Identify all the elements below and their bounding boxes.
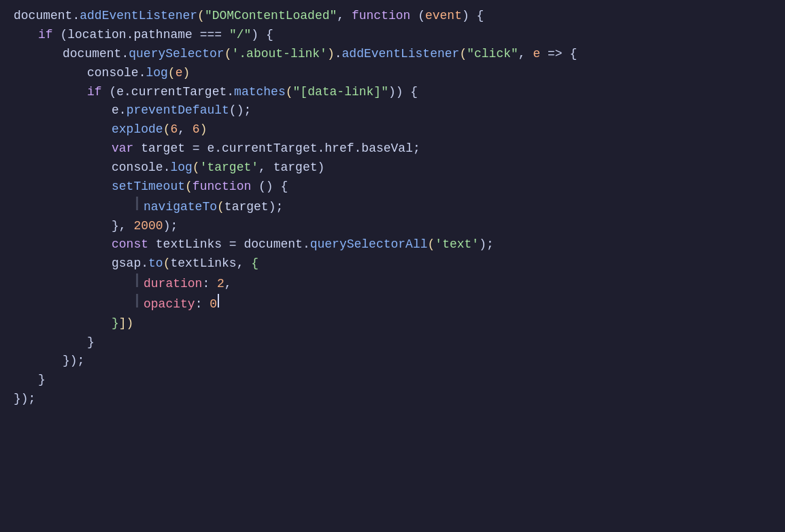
code-token: log xyxy=(170,159,192,178)
code-token: . xyxy=(335,45,342,64)
code-token: } xyxy=(87,333,95,352)
code-token: ( xyxy=(102,83,117,102)
code-token: ); xyxy=(163,217,178,236)
code-editor[interactable]: document.addEventListener("DOMContentLoa… xyxy=(0,0,785,532)
code-token: textLinks = xyxy=(148,235,244,254)
code-token: ) xyxy=(200,120,207,139)
code-token: console xyxy=(87,64,139,83)
code-token: href xyxy=(324,139,354,159)
code-token: 'target' xyxy=(200,159,258,178)
code-token: . xyxy=(354,139,362,159)
code-token: "/" xyxy=(229,26,251,45)
code-token: explode xyxy=(112,120,163,139)
bar-indicator xyxy=(136,197,138,210)
code-token: currentTarget xyxy=(131,83,227,102)
code-token: ; xyxy=(413,139,420,159)
code-token: baseVal xyxy=(361,139,413,159)
code-token: "[data-link]" xyxy=(293,83,388,102)
code-token: ( xyxy=(185,178,193,197)
code-token: e xyxy=(176,64,183,83)
code-token: e xyxy=(116,83,124,102)
code-token: { xyxy=(251,254,258,273)
code-token: : xyxy=(202,275,217,294)
code-token: ( xyxy=(224,45,232,64)
code-token: pathname xyxy=(133,26,192,45)
code-token: , xyxy=(337,7,352,26)
code-line: document.addEventListener("DOMContentLoa… xyxy=(0,7,785,26)
code-token: } xyxy=(38,371,46,390)
code-token: } xyxy=(112,314,119,333)
code-token: duration xyxy=(144,275,202,294)
code-token: const xyxy=(112,235,148,254)
code-line: console.log(e) xyxy=(0,64,785,83)
code-token: . xyxy=(318,139,325,159)
code-token: e xyxy=(112,101,119,120)
code-line: navigateTo(target); xyxy=(0,197,785,217)
code-token: console xyxy=(112,159,163,178)
code-token: ); xyxy=(479,235,494,254)
code-line: var target = e.currentTarget.href.baseVa… xyxy=(0,139,785,159)
code-token: ( xyxy=(428,235,435,254)
code-token: ) { xyxy=(251,26,273,45)
code-token: to xyxy=(148,254,163,273)
code-token: => { xyxy=(540,45,577,64)
code-line: e.preventDefault(); xyxy=(0,101,785,120)
code-token: , xyxy=(518,45,533,64)
code-token: ( xyxy=(217,198,224,217)
code-token: ( xyxy=(286,83,293,102)
code-token: querySelectorAll xyxy=(310,235,428,254)
code-line: gsap.to(textLinks, { xyxy=(0,254,785,273)
code-token: . xyxy=(163,159,171,178)
code-token: target = xyxy=(133,139,207,159)
code-line: } xyxy=(0,371,785,390)
code-token: ( xyxy=(459,45,467,64)
code-token: var xyxy=(112,139,133,159)
code-token: gsap xyxy=(112,254,141,273)
code-line: } xyxy=(0,333,785,352)
bar-indicator xyxy=(136,294,138,307)
code-token: ); xyxy=(269,198,284,217)
code-token: . xyxy=(139,64,146,83)
code-line: document.querySelector('.about-link').ad… xyxy=(0,45,785,64)
code-line: explode(6, 6) xyxy=(0,120,785,139)
code-line: }, 2000); xyxy=(0,217,785,236)
code-token: . xyxy=(303,235,310,254)
code-token: 6 xyxy=(193,120,200,139)
code-token: === xyxy=(193,26,229,45)
code-token: . xyxy=(227,83,234,102)
code-token: 6 xyxy=(170,120,178,139)
code-token: document xyxy=(63,45,121,64)
code-token: ( xyxy=(168,64,176,83)
code-token: ( xyxy=(197,7,205,26)
code-token: , xyxy=(224,275,232,294)
code-token: opacity xyxy=(144,295,195,314)
code-token: . xyxy=(119,101,127,120)
code-token: () { xyxy=(251,178,288,197)
code-token: . xyxy=(121,45,129,64)
code-token: , xyxy=(178,120,193,139)
code-token: document xyxy=(244,235,302,254)
code-token: , target) xyxy=(258,159,324,178)
code-token: '.about-link' xyxy=(231,45,327,64)
code-token: document xyxy=(14,7,72,26)
code-token: querySelector xyxy=(129,45,224,64)
code-token: 2000 xyxy=(133,217,163,236)
code-line: }); xyxy=(0,390,785,409)
code-token: if xyxy=(38,26,53,45)
code-line: const textLinks = document.querySelector… xyxy=(0,235,785,254)
code-line: opacity: 0 xyxy=(0,294,785,314)
code-token: textLinks xyxy=(170,254,236,273)
code-token: . xyxy=(127,26,134,45)
code-token: currentTarget xyxy=(222,139,317,159)
code-token: ( xyxy=(193,159,200,178)
code-token: ( xyxy=(163,254,171,273)
code-token: ( xyxy=(410,7,425,26)
code-token: 'text' xyxy=(435,235,479,254)
code-token: )) { xyxy=(388,83,418,102)
code-line: duration: 2, xyxy=(0,273,785,294)
text-cursor xyxy=(218,294,219,307)
code-token: navigateTo xyxy=(144,198,217,217)
code-token: (); xyxy=(229,101,251,120)
code-token: }, xyxy=(112,217,133,236)
code-token: ) xyxy=(327,45,335,64)
